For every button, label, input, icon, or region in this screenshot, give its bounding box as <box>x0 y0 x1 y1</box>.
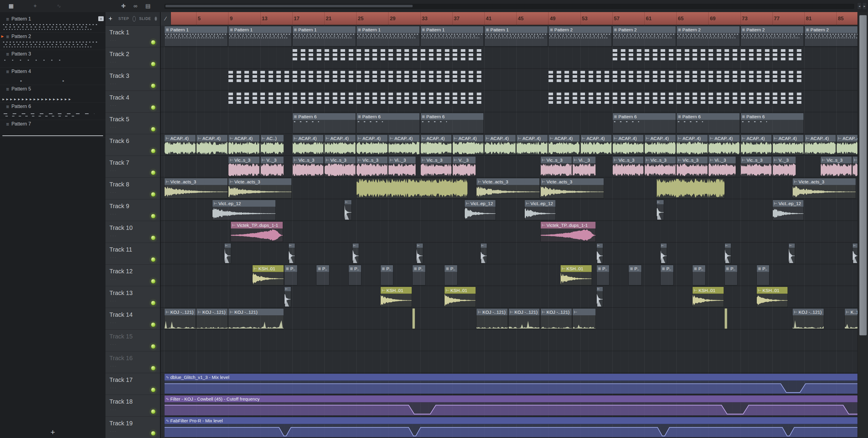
track-header-2[interactable]: Track 2··· <box>105 47 160 69</box>
audio-clip[interactable]: ⊢ <box>596 287 603 307</box>
playlist-row-8[interactable]: ⊢Victe..acts_3⊢Victe..acts_3⊢Victe..acts… <box>161 177 858 199</box>
audio-clip[interactable]: ⊢Vic..s_3 <box>676 156 708 177</box>
track-header-14[interactable]: Track 14··· <box>105 308 160 330</box>
track-mute-led[interactable] <box>151 62 156 67</box>
pattern-item-1[interactable]: ≣Pattern 1≡ <box>0 15 105 33</box>
scroll-right-button[interactable]: ▸ <box>862 2 867 10</box>
track-header-13[interactable]: Track 13··· <box>105 286 160 308</box>
pattern-clip[interactable]: ≣Pattern 1 <box>484 26 548 47</box>
vertical-scrollbar[interactable] <box>858 12 868 438</box>
pattern-clip[interactable]: ≣Pattern 1 <box>421 26 484 47</box>
audio-clip[interactable]: ⊢V.._3 <box>772 156 796 177</box>
pattern-clip-steps[interactable] <box>548 69 612 90</box>
audio-clip[interactable]: ⊢AC..) <box>260 135 284 155</box>
audio-clip[interactable]: ⊢ <box>352 243 359 264</box>
audio-clip[interactable]: ⊢KOJ -..121) <box>164 308 196 329</box>
add-track-button[interactable]: + <box>108 16 113 22</box>
pattern-clip-steps[interactable] <box>356 91 420 112</box>
audio-clip[interactable]: ⊢ACAP..4) <box>644 135 676 155</box>
pattern-clip-steps[interactable] <box>741 69 804 90</box>
timeline-ruler[interactable]: 5913172125293337414549535761656973778185… <box>161 12 858 25</box>
track-mute-led[interactable] <box>151 431 156 436</box>
track-mute-led[interactable] <box>151 366 156 371</box>
pattern-clip-steps[interactable] <box>228 91 292 112</box>
pattern-clip-steps[interactable] <box>741 91 804 112</box>
playlist-row-18[interactable]: ∿Filter - KOJ - Cowbell (45) - Cutoff fr… <box>161 395 858 416</box>
audio-clip[interactable]: ⊢Vic..s_3 <box>228 156 260 177</box>
audio-clip[interactable]: ⊢Vic..s_3 <box>292 156 324 177</box>
audio-clip[interactable]: ⊢Vic..s_3 <box>741 156 772 177</box>
audio-clip[interactable]: ⊢KOJ -..121) <box>508 308 540 329</box>
pattern-clip-steps[interactable] <box>741 48 804 68</box>
audio-clip[interactable]: ⊢ACAP..4) <box>548 135 580 155</box>
audio-clip[interactable]: ⊢Vi.._3 <box>708 156 736 177</box>
audio-clip[interactable]: ⊢Vict..ep_12 <box>464 200 496 220</box>
audio-clip[interactable]: ⊢ACAP..4) <box>581 135 612 155</box>
pattern-item-6[interactable]: ≣Pattern 6 <box>0 103 105 120</box>
audio-clip[interactable]: ⊢ <box>656 200 664 220</box>
audio-clip[interactable]: ⊢ACAP..4) <box>836 135 858 155</box>
playlist-row-12[interactable]: ⊢KSH..01≣P..≣P..≣P..≣P..≣P..≣P..⊢KSH..01… <box>161 264 858 286</box>
track-header-18[interactable]: Track 18··· <box>105 395 160 416</box>
audio-clip[interactable]: ⊢ACAP..4) <box>516 135 548 155</box>
audio-clip[interactable]: ⊢Vict..ep_12 <box>772 200 804 220</box>
track-mute-led[interactable] <box>151 192 156 197</box>
pattern-clip[interactable]: ≣Pattern 6 <box>676 113 740 133</box>
pattern-clip[interactable]: ≣Pattern 6 <box>613 113 676 133</box>
audio-clip[interactable]: ⊢KOJ -..121) <box>228 308 284 329</box>
audio-clip[interactable]: ⊢ACAP..4) <box>484 135 516 155</box>
audio-clip[interactable]: ⊢Victe..acts_3 <box>792 178 856 199</box>
automation-clip[interactable]: ∿Filter - KOJ - Cowbell (45) - Cutoff fr… <box>164 395 858 416</box>
audio-clip[interactable]: ⊢ACAP..4) <box>164 135 196 155</box>
automation-clip[interactable]: ∿dblue_Glitch_v1_3 - Mix level <box>164 374 858 394</box>
audio-clip[interactable]: ⊢ <box>344 200 352 220</box>
pattern-clip-steps[interactable] <box>613 91 676 112</box>
pattern-clip-steps[interactable] <box>676 91 740 112</box>
track-header-15[interactable]: Track 15··· <box>105 330 160 351</box>
audio-clip[interactable]: ⊢V.._3 <box>453 156 476 177</box>
audio-clip[interactable]: ⊢Vic..s_3 <box>820 156 852 177</box>
track-mute-led[interactable] <box>151 387 156 392</box>
pattern-clip[interactable]: ≣Pattern 6 <box>292 113 356 133</box>
audio-clip[interactable]: ⊢KSH..01 <box>380 287 412 307</box>
audio-clip[interactable]: ⊢Victe..acts_3 <box>228 178 292 199</box>
move-tool-icon[interactable]: ✚ <box>121 3 126 9</box>
playlist-row-17[interactable]: ∿dblue_Glitch_v1_3 - Mix level <box>161 373 858 395</box>
track-mute-led[interactable] <box>151 300 156 305</box>
track-mute-led[interactable] <box>151 257 156 262</box>
track-header-1[interactable]: Track 1··· <box>105 26 160 47</box>
audio-clip[interactable]: ⊢Vi.._3 <box>572 156 596 177</box>
pattern-clip[interactable]: ≣P.. <box>412 265 426 285</box>
audio-clip[interactable]: ⊢ <box>480 243 487 264</box>
playlist-row-15[interactable] <box>161 329 858 351</box>
audio-clip[interactable]: ⊢V.._3 <box>260 156 284 177</box>
pattern-clip[interactable]: ≣P.. <box>348 265 362 285</box>
pattern-clip-steps[interactable] <box>613 48 676 68</box>
audio-clip[interactable]: ⊢ <box>788 243 795 264</box>
step-slide-toggle[interactable] <box>133 16 135 22</box>
track-mute-led[interactable] <box>151 40 156 45</box>
pattern-info-button[interactable]: ≡ <box>98 16 104 21</box>
audio-clip[interactable]: ⊢ <box>284 287 291 307</box>
pattern-clip-steps[interactable] <box>292 69 356 90</box>
audio-clip[interactable]: ⊢KSH..01 <box>252 265 284 285</box>
automation-clip[interactable]: ∿FabFilter Pro-R - Mix level <box>164 417 858 437</box>
pattern-clip[interactable]: ≣Pattern 1 <box>164 26 228 47</box>
audio-clip[interactable]: ⊢ <box>224 243 231 264</box>
track-mute-led[interactable] <box>151 344 156 349</box>
track-header-9[interactable]: Track 9··· <box>105 199 160 221</box>
slide-label[interactable]: SLIDE <box>139 17 151 21</box>
track-header-7[interactable]: Track 7··· <box>105 156 160 178</box>
wave-tool-icon[interactable]: ∿ <box>57 3 61 9</box>
pattern-clip-steps[interactable] <box>548 91 612 112</box>
audio-clip[interactable]: ⊢Vic..s_3 <box>613 156 644 177</box>
pattern-clip[interactable]: ≣P.. <box>692 265 706 285</box>
audio-clip[interactable] <box>356 178 468 199</box>
vertical-scrollbar-thumb[interactable] <box>859 15 867 335</box>
audio-clip[interactable]: ⊢ACAP..4) <box>292 135 324 155</box>
audio-clip[interactable]: ⊢ACAP..4) <box>196 135 228 155</box>
playlist-row-5[interactable]: ≣Pattern 6≣Pattern 6≣Pattern 6≣Pattern 6… <box>161 112 858 134</box>
audio-clip[interactable]: ⊢ACAP..4) <box>741 135 772 155</box>
pattern-clip[interactable]: ≣Pattern 6 <box>741 113 804 133</box>
audio-clip[interactable]: ⊢Victe..acts_3 <box>540 178 604 199</box>
